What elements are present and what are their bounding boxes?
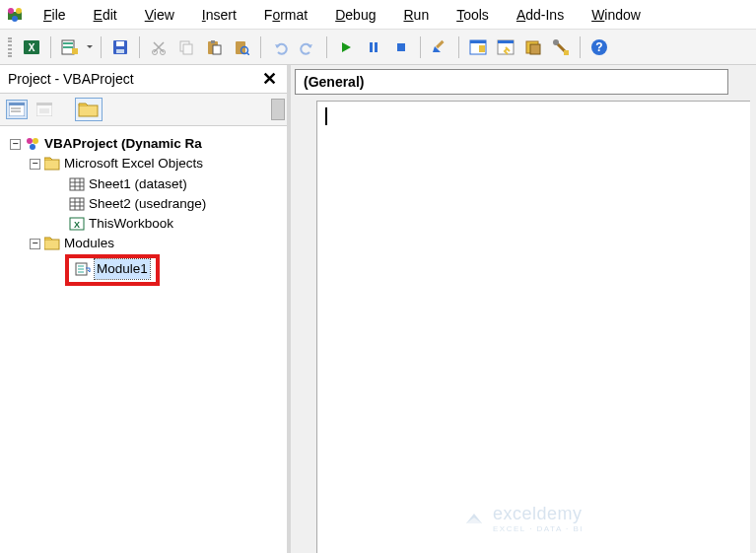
copy-button[interactable] (174, 35, 198, 59)
toolbar-separator (580, 36, 581, 58)
svg-rect-11 (116, 41, 124, 46)
svg-rect-43 (36, 103, 52, 105)
svg-rect-29 (479, 45, 485, 52)
help-button[interactable]: ? (587, 35, 611, 59)
watermark-brand: exceldemy (493, 504, 583, 523)
menu-insert[interactable]: Insert (190, 3, 248, 27)
tree-item-label: Sheet2 (usedrange) (89, 194, 206, 214)
run-button[interactable] (334, 35, 358, 59)
tree-folder-objects[interactable]: − Microsoft Excel Objects (30, 154, 283, 173)
toolbar-separator (101, 36, 102, 58)
menu-window[interactable]: Window (580, 3, 653, 27)
svg-rect-39 (9, 103, 25, 105)
paste-button[interactable] (202, 35, 226, 59)
toolbox-button[interactable] (549, 35, 573, 59)
svg-rect-24 (375, 42, 378, 52)
worksheet-icon (69, 197, 85, 211)
menu-format[interactable]: Format (252, 3, 319, 27)
view-excel-button[interactable]: X (20, 35, 43, 59)
menu-tools[interactable]: Tools (445, 3, 501, 27)
svg-rect-8 (63, 46, 73, 48)
main-area: Project - VBAProject ✕ − VBAProject (Dyn… (0, 65, 756, 553)
svg-rect-9 (72, 48, 78, 54)
code-editor[interactable] (316, 101, 750, 553)
svg-rect-50 (70, 178, 84, 190)
menu-addins[interactable]: Add-Ins (505, 3, 576, 27)
undo-button[interactable] (268, 35, 292, 59)
toolbar-separator (260, 36, 261, 58)
close-icon[interactable]: ✕ (258, 68, 281, 90)
design-mode-button[interactable] (428, 35, 451, 59)
redo-button[interactable] (296, 35, 319, 59)
menu-debug[interactable]: Debug (323, 3, 387, 27)
tree-root-label: VBAProject (Dynamic Ra (44, 134, 202, 154)
code-pane: (General) exceldemy EXCEL · DATA · BI (291, 65, 756, 553)
menu-edit[interactable]: Edit (82, 3, 129, 27)
tree-item-sheet1[interactable]: Sheet1 (dataset) (69, 174, 283, 194)
view-code-button[interactable] (6, 100, 28, 119)
svg-point-46 (27, 138, 33, 144)
toolbar-grip[interactable] (8, 37, 12, 57)
toolbar-separator (326, 36, 327, 58)
save-button[interactable] (108, 35, 132, 59)
toolbar-separator (50, 36, 51, 58)
folder-open-icon (44, 157, 60, 171)
tree-root[interactable]: − VBAProject (Dynamic Ra (10, 134, 283, 154)
menu-bar: File Edit View Insert Format Debug Run T… (0, 0, 756, 30)
menu-run[interactable]: Run (391, 3, 441, 27)
insert-dropdown-arrow[interactable] (86, 35, 94, 59)
collapse-icon[interactable]: − (30, 159, 40, 170)
project-pane-title: Project - VBAProject (8, 71, 134, 87)
tree-item-module1[interactable]: Module1 (65, 254, 283, 286)
break-button[interactable] (362, 35, 385, 59)
svg-point-2 (16, 8, 22, 14)
project-pane-title-bar[interactable]: Project - VBAProject ✕ (0, 65, 287, 94)
collapse-icon[interactable]: − (30, 239, 40, 249)
svg-rect-7 (63, 42, 73, 44)
svg-rect-35 (564, 50, 569, 55)
vba-app-icon (6, 6, 24, 24)
collapse-icon[interactable]: − (10, 139, 21, 150)
svg-point-1 (8, 8, 14, 14)
svg-rect-12 (116, 49, 124, 53)
find-button[interactable] (230, 35, 253, 59)
svg-rect-16 (183, 44, 192, 54)
insert-button[interactable] (58, 35, 82, 59)
svg-rect-33 (530, 44, 540, 54)
highlight-annotation: Module1 (65, 254, 160, 286)
menu-view[interactable]: View (133, 3, 186, 27)
svg-text:X: X (29, 42, 35, 53)
tree-item-thisworkbook[interactable]: X ThisWorkbook (69, 214, 283, 234)
project-explorer: Project - VBAProject ✕ − VBAProject (Dyn… (0, 65, 291, 553)
menu-file[interactable]: File (32, 3, 78, 27)
tree-folder-label: Microsoft Excel Objects (64, 154, 203, 173)
toggle-folders-button[interactable] (75, 98, 103, 121)
svg-rect-49 (44, 160, 59, 170)
svg-rect-23 (370, 42, 373, 52)
tree-folder-modules[interactable]: − Modules (30, 234, 283, 253)
reset-button[interactable] (389, 35, 413, 59)
module-icon (75, 262, 91, 276)
view-object-button[interactable] (34, 100, 55, 119)
scrollbar-stub[interactable] (271, 99, 285, 120)
workbook-icon: X (69, 217, 85, 231)
watermark-logo-icon (463, 508, 485, 529)
object-browser-button[interactable] (521, 35, 545, 59)
folder-open-icon (44, 237, 60, 250)
svg-rect-31 (498, 40, 514, 43)
properties-window-button[interactable] (494, 35, 517, 59)
svg-point-48 (30, 144, 35, 150)
svg-rect-20 (236, 41, 245, 54)
tree-item-sheet2[interactable]: Sheet2 (usedrange) (69, 194, 283, 214)
svg-rect-55 (70, 198, 84, 210)
cut-button[interactable] (147, 35, 171, 59)
project-pane-toolbar (0, 94, 287, 126)
toolbar-separator (420, 36, 421, 58)
toolbar-separator (139, 36, 140, 58)
svg-point-34 (553, 39, 559, 45)
svg-rect-62 (44, 240, 59, 249)
watermark-tagline: EXCEL · DATA · BI (493, 524, 584, 533)
object-dropdown[interactable]: (General) (295, 69, 728, 95)
project-explorer-button[interactable] (466, 35, 490, 59)
svg-rect-44 (39, 108, 49, 113)
